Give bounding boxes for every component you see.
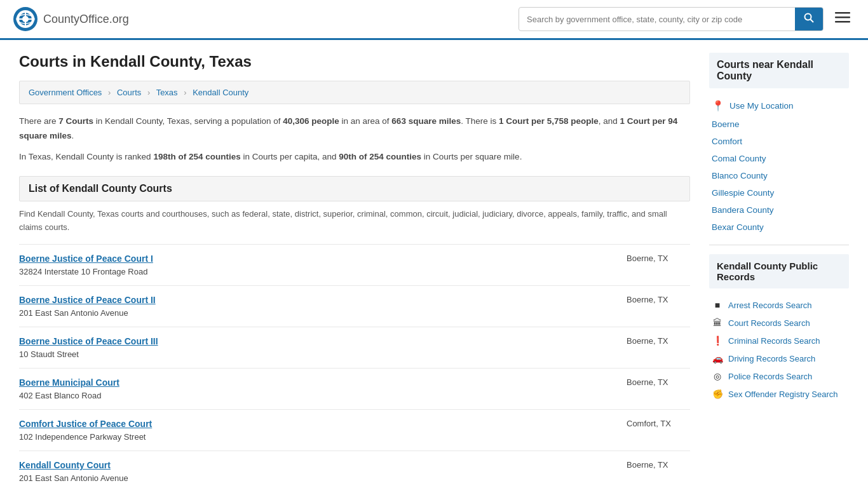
- court-list-item: Boerne Justice of Peace Court III 10 Sta…: [19, 327, 690, 368]
- search-icon: [804, 13, 814, 23]
- court-city: Boerne, TX: [614, 460, 690, 470]
- court-address: 10 Staudt Street: [19, 349, 79, 359]
- breadcrumb-texas[interactable]: Texas: [156, 88, 178, 97]
- record-icon: ■: [712, 300, 723, 310]
- use-my-location-item[interactable]: 📍 Use My Location: [709, 96, 849, 116]
- search-button[interactable]: [795, 8, 823, 30]
- header-right: [519, 7, 855, 31]
- list-section-header: List of Kendall County Courts: [19, 176, 690, 201]
- nearby-link[interactable]: Comal County: [712, 154, 766, 163]
- svg-line-8: [811, 20, 814, 23]
- nearby-links-list: BoerneComfortComal CountyBlanco CountyGi…: [709, 116, 849, 236]
- logo-text: CountyOffice.org: [43, 13, 129, 26]
- court-name-link[interactable]: Boerne Justice of Peace Court II: [19, 295, 614, 305]
- court-name-link[interactable]: Boerne Justice of Peace Court III: [19, 336, 614, 346]
- court-name-link[interactable]: Comfort Justice of Peace Court: [19, 419, 614, 429]
- court-list-item: Boerne Justice of Peace Court I 32824 In…: [19, 244, 690, 285]
- svg-rect-11: [835, 21, 850, 23]
- court-city: Boerne, TX: [614, 295, 690, 304]
- nearby-link[interactable]: Bexar County: [712, 222, 764, 232]
- nearby-link[interactable]: Bandera County: [712, 205, 774, 215]
- nearby-link[interactable]: Blanco County: [712, 171, 768, 180]
- logo[interactable]: CountyOffice.org: [13, 6, 129, 32]
- court-address: 32824 Interstate 10 Frontage Road: [19, 267, 147, 276]
- list-section-description: Find Kendall County, Texas courts and co…: [19, 208, 690, 234]
- court-address: 201 East San Antonio Avenue: [19, 473, 128, 483]
- sidebar: Courts near Kendall County 📍 Use My Loca…: [709, 53, 849, 488]
- breadcrumb-courts[interactable]: Courts: [117, 88, 141, 97]
- court-address: 102 Independence Parkway Street: [19, 432, 146, 442]
- court-address: 402 East Blanco Road: [19, 391, 101, 400]
- record-icon: 🚗: [712, 353, 723, 363]
- court-city: Comfort, TX: [614, 419, 690, 428]
- breadcrumb: Government Offices › Courts › Texas › Ke…: [19, 81, 690, 104]
- nearby-link[interactable]: Boerne: [712, 119, 740, 129]
- court-list-item: Boerne Municipal Court 402 East Blanco R…: [19, 368, 690, 409]
- nearby-link-item[interactable]: Gillespie County: [709, 184, 849, 201]
- hamburger-icon: [835, 10, 850, 25]
- courts-list: Boerne Justice of Peace Court I 32824 In…: [19, 244, 690, 488]
- page-content: Courts in Kendall County, Texas Governme…: [0, 40, 868, 488]
- nearby-link[interactable]: Gillespie County: [712, 188, 774, 198]
- record-icon: 🏛: [712, 318, 723, 328]
- svg-rect-9: [835, 12, 850, 14]
- sidebar-divider: [709, 245, 849, 245]
- use-my-location-link[interactable]: Use My Location: [729, 101, 794, 111]
- record-icon: ❗: [712, 336, 723, 346]
- court-info: Boerne Justice of Peace Court III 10 Sta…: [19, 336, 614, 359]
- court-city: Boerne, TX: [614, 254, 690, 263]
- record-links-list: ■ Arrest Records Search 🏛 Court Records …: [709, 296, 849, 403]
- nearby-link-item[interactable]: Comal County: [709, 150, 849, 167]
- logo-icon: [13, 6, 38, 32]
- court-info: Kendall County Court 201 East San Antoni…: [19, 460, 614, 483]
- record-icon: ✊: [712, 389, 723, 399]
- court-list-item: Kendall County Court 201 East San Antoni…: [19, 451, 690, 488]
- nearby-link-item[interactable]: Blanco County: [709, 167, 849, 184]
- record-link[interactable]: Arrest Records Search: [728, 301, 812, 310]
- info-paragraph-2: In Texas, Kendall County is ranked 198th…: [19, 150, 690, 165]
- record-link-item[interactable]: 🏛 Court Records Search: [709, 314, 849, 332]
- breadcrumb-government-offices[interactable]: Government Offices: [29, 88, 102, 97]
- record-link-item[interactable]: 🚗 Driving Records Search: [709, 349, 849, 367]
- court-address: 201 East San Antonio Avenue: [19, 308, 128, 318]
- nearby-link-item[interactable]: Bandera County: [709, 201, 849, 219]
- court-name-link[interactable]: Boerne Municipal Court: [19, 377, 614, 388]
- page-title: Courts in Kendall County, Texas: [19, 53, 690, 71]
- search-bar: [519, 7, 824, 31]
- nearby-link-item[interactable]: Bexar County: [709, 219, 849, 236]
- menu-button[interactable]: [830, 7, 855, 31]
- search-input[interactable]: [519, 10, 795, 29]
- court-list-item: Boerne Justice of Peace Court II 201 Eas…: [19, 285, 690, 327]
- record-link[interactable]: Police Records Search: [728, 372, 812, 381]
- court-info: Boerne Justice of Peace Court II 201 Eas…: [19, 295, 614, 318]
- court-info: Boerne Justice of Peace Court I 32824 In…: [19, 254, 614, 276]
- nearby-link[interactable]: Comfort: [712, 137, 742, 146]
- court-list-item: Comfort Justice of Peace Court 102 Indep…: [19, 409, 690, 451]
- svg-point-7: [805, 14, 811, 20]
- record-icon: ◎: [712, 371, 723, 381]
- record-link[interactable]: Criminal Records Search: [728, 336, 820, 346]
- info-paragraph-1: There are 7 Courts in Kendall County, Te…: [19, 114, 690, 144]
- court-info: Boerne Municipal Court 402 East Blanco R…: [19, 377, 614, 400]
- location-pin-icon: 📍: [712, 100, 724, 112]
- nearby-link-item[interactable]: Boerne: [709, 116, 849, 133]
- court-info: Comfort Justice of Peace Court 102 Indep…: [19, 419, 614, 442]
- record-link-item[interactable]: ❗ Criminal Records Search: [709, 332, 849, 349]
- court-city: Boerne, TX: [614, 336, 690, 346]
- site-header: CountyOffice.org: [0, 0, 868, 40]
- main-column: Courts in Kendall County, Texas Governme…: [19, 53, 690, 488]
- record-link[interactable]: Sex Offender Registry Search: [728, 390, 837, 399]
- svg-rect-10: [835, 17, 850, 18]
- public-records-section: Kendall County Public Records: [709, 254, 849, 288]
- court-city: Boerne, TX: [614, 377, 690, 387]
- nearby-link-item[interactable]: Comfort: [709, 133, 849, 150]
- breadcrumb-kendall-county[interactable]: Kendall County: [193, 88, 248, 97]
- record-link-item[interactable]: ◎ Police Records Search: [709, 367, 849, 385]
- court-name-link[interactable]: Boerne Justice of Peace Court I: [19, 254, 614, 264]
- record-link[interactable]: Driving Records Search: [728, 354, 815, 363]
- public-records-title: Kendall County Public Records: [717, 261, 841, 282]
- record-link-item[interactable]: ✊ Sex Offender Registry Search: [709, 385, 849, 403]
- record-link-item[interactable]: ■ Arrest Records Search: [709, 296, 849, 314]
- court-name-link[interactable]: Kendall County Court: [19, 460, 614, 470]
- record-link[interactable]: Court Records Search: [728, 318, 810, 328]
